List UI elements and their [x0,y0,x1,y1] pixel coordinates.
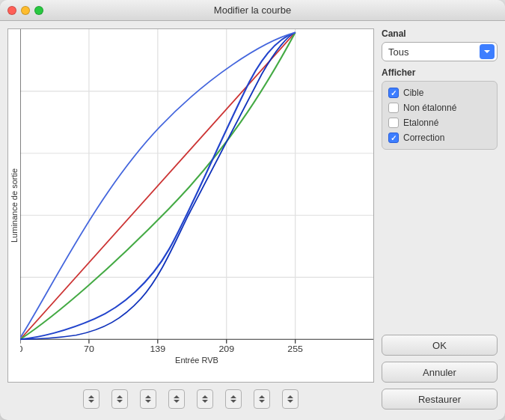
spinner-up-icon [117,395,123,398]
ok-button[interactable]: OK [382,335,498,356]
action-buttons: OK Annuler Restaurer [382,335,498,410]
window-controls [7,6,43,15]
restaurer-button[interactable]: Restaurer [382,389,498,410]
chart-svg: 0 70 139 209 255 0 [20,29,373,356]
spinner-up-icon [230,395,236,398]
svg-text:70: 70 [84,344,94,353]
spinner-down-icon [117,400,123,403]
sidebar: Canal Tous Afficher Cible [382,28,498,413]
spinner-down-icon [174,400,180,403]
title-bar: Modifier la courbe [0,0,505,21]
spinner-up-icon [287,395,293,398]
annuler-button[interactable]: Annuler [382,362,498,383]
canal-select-wrapper: Tous [382,42,498,61]
y-axis-label: Luminance de sortie [8,29,20,382]
close-button[interactable] [7,6,16,15]
checkbox-etalonné[interactable] [388,118,399,128]
checkbox-non-etalonné-label: Non étalonné [403,103,456,113]
spinner-4[interactable] [168,389,185,409]
spinner-down-icon [230,400,236,403]
maximize-button[interactable] [34,6,43,15]
chart-area: Luminance de sortie [7,28,374,413]
minimize-button[interactable] [21,6,30,15]
chart-wrapper: Luminance de sortie [7,28,374,383]
checkbox-non-etalonné[interactable] [388,103,399,113]
spinner-up-icon [259,395,265,398]
spinner-down-icon [202,400,208,403]
chart-canvas[interactable]: 0 70 139 209 255 0 [20,29,373,356]
spinner-controls [7,386,374,413]
window-title: Modifier la courbe [214,4,291,16]
spinner-up-icon [145,395,151,398]
checkbox-correction[interactable] [388,133,399,143]
svg-text:139: 139 [150,344,165,353]
checkbox-row-cible: Cible [388,88,491,98]
checkbox-etalonné-label: Etalonné [403,118,438,128]
afficher-label: Afficher [382,67,498,78]
afficher-box: Cible Non étalonné Etalonné Correction [382,81,498,150]
spinner-7[interactable] [254,389,270,409]
canal-section: Canal Tous [382,28,498,61]
x-axis-label: Entrée RVB [175,356,218,365]
main-window: Modifier la courbe Luminance de sortie [0,0,505,420]
canal-select[interactable]: Tous [382,42,498,61]
x-axis-area: Entrée RVB [20,356,373,382]
content-area: Luminance de sortie [0,21,505,420]
canal-label: Canal [382,28,498,39]
spinner-5[interactable] [197,389,213,409]
spinner-down-icon [287,400,293,403]
checkbox-correction-label: Correction [403,133,444,143]
spinner-down-icon [259,400,265,403]
spinner-up-icon [174,395,180,398]
spinner-3[interactable] [140,389,156,409]
spinner-down-icon [88,400,94,403]
spinner-up-icon [88,395,94,398]
svg-text:0: 0 [20,344,23,353]
checkbox-row-non-etalonné: Non étalonné [388,103,491,113]
spinner-2[interactable] [111,389,128,409]
spinner-up-icon [202,395,208,398]
chart-inner: 0 70 139 209 255 0 [20,29,373,382]
checkbox-cible[interactable] [388,88,399,98]
svg-text:255: 255 [287,344,303,353]
spinner-6[interactable] [225,389,242,409]
svg-text:209: 209 [218,344,234,353]
afficher-section: Afficher Cible Non étalonné Etalonné [382,67,498,150]
checkbox-row-correction: Correction [388,133,491,143]
spinner-down-icon [145,400,151,403]
spinner-8[interactable] [282,389,299,409]
checkbox-cible-label: Cible [403,88,423,98]
checkbox-row-etalonné: Etalonné [388,118,491,128]
spinner-1[interactable] [83,389,100,409]
